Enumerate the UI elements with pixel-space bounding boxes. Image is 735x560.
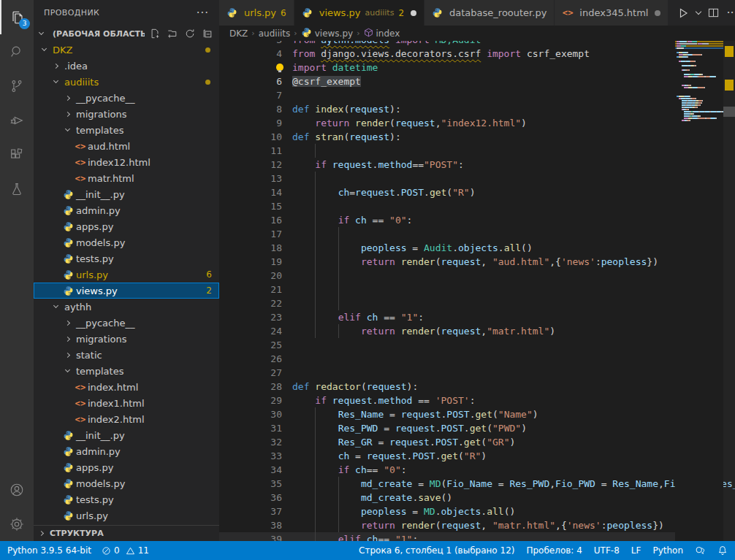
tree-item-aythh[interactable]: aythh — [34, 299, 219, 315]
tree-item-dkz[interactable]: DKZ — [34, 42, 219, 58]
tree-item-models-py[interactable]: models.py — [34, 475, 219, 491]
code-line-7[interactable]: 7 — [219, 88, 675, 102]
code-line-23[interactable]: 23 elif ch == "1": — [219, 310, 675, 324]
new-file-icon[interactable] — [148, 27, 162, 40]
tree-item-tests-py[interactable]: tests.py — [34, 250, 219, 266]
code-line-17[interactable]: 17 — [219, 227, 675, 241]
run-python-file-icon[interactable] — [677, 7, 689, 19]
code-line-36[interactable]: 36 md_create.save() — [219, 491, 675, 505]
tree-item-aud-html[interactable]: <>aud.html — [34, 138, 219, 154]
tree-item-migrations[interactable]: migrations — [34, 106, 219, 122]
tree-item--pycache-[interactable]: __pycache__ — [34, 90, 219, 106]
tree-item-templates[interactable]: templates — [34, 363, 219, 379]
new-folder-icon[interactable] — [165, 27, 180, 40]
tree-item-matr-html[interactable]: <>matr.html — [34, 170, 219, 186]
collapse-all-icon[interactable] — [200, 27, 215, 40]
tree-item-models-py[interactable]: models.py — [34, 234, 219, 250]
tree-item--init-py[interactable]: __init__.py — [34, 427, 219, 443]
source-control-icon[interactable] — [0, 69, 34, 103]
minimap[interactable] — [675, 41, 723, 541]
breadcrumb-item-views-py[interactable]: views.py — [301, 27, 353, 40]
code-line-30[interactable]: 30 Res_Name = request.POST.get("Name") — [219, 407, 675, 421]
code-line-26[interactable]: 26 — [219, 352, 675, 366]
feedback-icon[interactable] — [695, 545, 706, 556]
run-dropdown-chevron-icon[interactable] — [696, 12, 701, 14]
tree-item-audiiits[interactable]: audiiits — [34, 74, 219, 90]
tree-item-index1-html[interactable]: <>index1.html — [34, 395, 219, 411]
breadcrumb-item-dkz[interactable]: DKZ — [229, 28, 248, 39]
code-line-37[interactable]: 37 peopless = MD.objects.all() — [219, 505, 675, 518]
code-line-10[interactable]: 10def stran(request): — [219, 130, 675, 144]
code-line-15[interactable]: 15 — [219, 199, 675, 213]
editor-more-actions-icon[interactable]: ··· — [726, 6, 735, 20]
tab-index345-html[interactable]: <>index345.html — [555, 0, 669, 26]
dirty-indicator-icon[interactable] — [411, 10, 416, 16]
search-icon[interactable] — [0, 34, 34, 69]
tree-item-static[interactable]: static — [34, 347, 219, 363]
tree-item-views-py[interactable]: views.py2 — [34, 283, 219, 299]
breadcrumb-item-index[interactable]: index — [364, 28, 400, 39]
tree-item-urls-py[interactable]: urls.py — [34, 507, 219, 523]
tree-item-admin-py[interactable]: admin.py — [34, 202, 219, 218]
tree-item-index2-html[interactable]: <>index2.html — [34, 411, 219, 427]
code-line-28[interactable]: 28def redactor(request): — [219, 380, 675, 394]
code-line-13[interactable]: 13 — [219, 172, 675, 185]
tree-item--idea[interactable]: .idea — [34, 58, 219, 74]
scrollbar-thumb[interactable] — [723, 107, 735, 117]
tree-item-tests-py[interactable]: tests.py — [34, 491, 219, 507]
editor[interactable]: 3from aythh.models import MD,Audit4from … — [219, 41, 735, 541]
tree-item-migrations[interactable]: migrations — [34, 331, 219, 347]
explorer-more-actions-icon[interactable]: ··· — [197, 7, 209, 20]
extensions-icon[interactable] — [0, 137, 34, 172]
code-line-31[interactable]: 31 Res_PWD = request.POST.get("PWD") — [219, 421, 675, 435]
code-line-22[interactable]: 22 — [219, 296, 675, 310]
problems-status[interactable]: 0 11 — [102, 545, 149, 556]
dirty-indicator-icon[interactable] — [655, 10, 660, 16]
code-line-29[interactable]: 29 if request.method == 'POST': — [219, 394, 675, 407]
code-line-27[interactable]: 27 — [219, 366, 675, 380]
split-editor-icon[interactable] — [708, 7, 719, 18]
code-line-3[interactable]: 3from aythh.models import MD,Audit — [219, 41, 675, 47]
testing-icon[interactable] — [0, 172, 34, 206]
overview-ruler[interactable] — [723, 41, 735, 541]
code-line-39[interactable]: 39 elif ch== "1": — [219, 532, 675, 541]
python-interpreter-status[interactable]: Python 3.9.5 64-bit — [7, 545, 91, 556]
language-mode-status[interactable]: Python — [652, 545, 683, 556]
refresh-icon[interactable] — [183, 27, 197, 40]
run-debug-icon[interactable] — [0, 103, 34, 137]
code-line-8[interactable]: 8def index(request): — [219, 102, 675, 116]
tree-item-index-html[interactable]: <>index.html — [34, 379, 219, 395]
code-area[interactable]: 3from aythh.models import MD,Audit4from … — [219, 41, 675, 541]
tree-item-apps-py[interactable]: apps.py — [34, 218, 219, 234]
lightbulb-icon[interactable] — [276, 64, 283, 71]
encoding-status[interactable]: UTF-8 — [594, 545, 620, 556]
notifications-bell-icon[interactable] — [717, 545, 728, 556]
code-line-25[interactable]: 25 — [219, 338, 675, 352]
code-line-32[interactable]: 32 Res_GR = request.POST.get("GR") — [219, 435, 675, 449]
code-line-5[interactable]: 5import datetime — [219, 61, 675, 74]
code-line-9[interactable]: 9 return render(request,"index12.html") — [219, 116, 675, 130]
code-line-11[interactable]: 11 — [219, 144, 675, 158]
settings-gear-icon[interactable] — [0, 507, 34, 541]
workspace-section-header[interactable]: (РАБОЧАЯ ОБЛАСТЬ) ... — [34, 26, 219, 42]
eol-status[interactable]: LF — [631, 545, 641, 556]
code-line-18[interactable]: 18 peopless = Audit.objects.all() — [219, 241, 675, 255]
indentation-status[interactable]: Пробелов: 4 — [526, 545, 582, 556]
code-line-4[interactable]: 4from django.views.decorators.csrf impor… — [219, 47, 675, 61]
tree-item--pycache-[interactable]: __pycache__ — [34, 315, 219, 331]
code-line-35[interactable]: 35 md_create = MD(Fio_Name = Res_PWD,Fio… — [219, 477, 675, 491]
code-line-21[interactable]: 21 — [219, 283, 675, 296]
outline-section-header[interactable]: СТРУКТУРА — [34, 525, 219, 541]
breadcrumb-item-audiiits[interactable]: audiiits — [259, 28, 291, 39]
account-icon[interactable] — [0, 472, 34, 507]
tree-item-urls-py[interactable]: urls.py6 — [34, 266, 219, 283]
code-line-12[interactable]: 12 if request.method=="POST": — [219, 158, 675, 172]
tab-database-roouter-py[interactable]: database_roouter.py — [424, 0, 555, 26]
code-line-33[interactable]: 33 ch = request.POST.get("R") — [219, 449, 675, 463]
tab-urls-py[interactable]: urls.py6 — [219, 0, 294, 26]
code-line-19[interactable]: 19 return render(request, "aud.html",{'n… — [219, 255, 675, 269]
code-line-16[interactable]: 16 if ch == "0": — [219, 213, 675, 227]
tree-item-admin-py[interactable]: admin.py — [34, 443, 219, 459]
tree-item-index12-html[interactable]: <>index12.html — [34, 154, 219, 170]
code-line-14[interactable]: 14 ch=request.POST.get("R") — [219, 185, 675, 199]
